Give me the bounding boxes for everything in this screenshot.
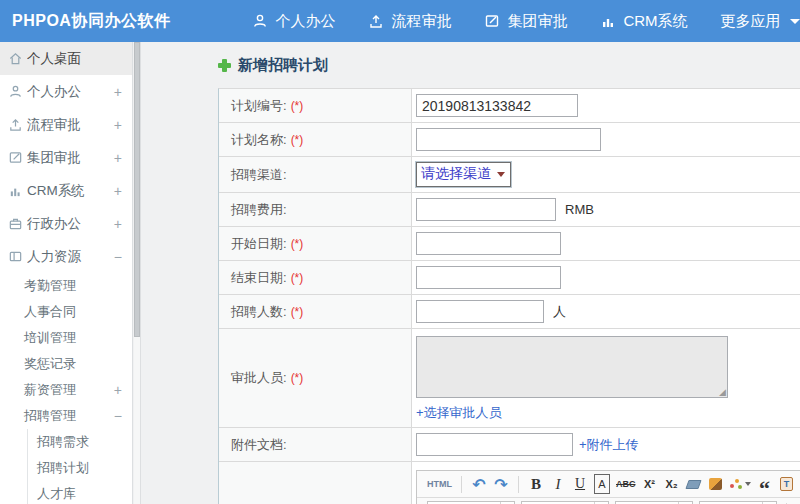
nav-crm-system[interactable]: CRM系统 <box>600 12 687 31</box>
attachment-input[interactable] <box>416 433 573 456</box>
plan-name-input[interactable] <box>416 128 601 151</box>
blockquote-icon[interactable]: “ <box>757 474 773 494</box>
sidebar-item-desktop[interactable]: 个人桌面 <box>0 42 132 75</box>
recruit-submenu: 招聘需求 招聘计划 人才库 <box>27 429 132 504</box>
process-icon <box>368 13 384 29</box>
sidebar-item-recruit-mgmt[interactable]: 招聘管理 − <box>0 403 132 429</box>
sidebar-item-rewards[interactable]: 奖惩记录 <box>0 351 132 377</box>
sidebar-item-recruit-demand[interactable]: 招聘需求 <box>28 429 132 455</box>
plan-number-input[interactable] <box>416 94 578 117</box>
subscript-icon[interactable]: X₂ <box>664 474 680 494</box>
expand-icon[interactable]: + <box>110 84 122 100</box>
format-brush-icon[interactable] <box>708 474 724 494</box>
unit-suffix: 人 <box>553 303 566 321</box>
channel-select[interactable]: 请选择渠道 <box>416 162 511 187</box>
main-content: 新增招聘计划 计划编号: (*) 计划名称: (*) 招聘渠道: <box>142 42 800 504</box>
upload-attachment-link[interactable]: +附件上传 <box>579 436 639 454</box>
add-plus-icon <box>218 59 231 72</box>
collapse-icon[interactable]: − <box>110 408 122 424</box>
select-caret-icon <box>497 172 505 177</box>
currency-suffix: RMB <box>565 202 594 217</box>
field-label: 计划编号: <box>231 97 287 115</box>
resize-grip-icon[interactable]: ◢ <box>719 388 726 397</box>
sidebar-item-personal-office[interactable]: 个人办公 + <box>0 75 132 108</box>
required-mark: (*) <box>291 371 304 385</box>
page-title: 新增招聘计划 <box>218 56 328 75</box>
expand-icon[interactable]: + <box>110 150 122 166</box>
end-date-input[interactable] <box>416 266 561 289</box>
sidebar: 个人桌面 个人办公 + 流程审批 + 集团审批 + CRM系统 + 行政办公 +… <box>0 42 133 504</box>
sidebar-item-admin-office[interactable]: 行政办公 + <box>0 207 132 240</box>
approvers-textarea[interactable]: ◢ <box>416 336 728 398</box>
nav-more-apps[interactable]: 更多应用 <box>721 12 800 31</box>
eraser-icon[interactable] <box>686 474 702 494</box>
nav-personal-office[interactable]: 个人办公 <box>252 12 335 31</box>
sidebar-item-crm[interactable]: CRM系统 + <box>0 174 132 207</box>
sidebar-item-group-approval[interactable]: 集团审批 + <box>0 141 132 174</box>
editor-toolbar-row2: 自定义标题 段落格式 字体 字号 <box>417 498 800 504</box>
editor-toolbar-row1: HTML ↶ ↷ B I U A ABC X² X₂ <box>417 471 800 498</box>
italic-icon[interactable]: I <box>550 474 566 494</box>
scrollbar-thumb[interactable] <box>134 42 140 337</box>
field-label: 招聘费用: <box>231 201 287 219</box>
field-label: 附件文档: <box>231 436 287 454</box>
form-row-channel: 招聘渠道: 请选择渠道 <box>219 157 800 193</box>
form-row-editor: HTML ↶ ↷ B I U A ABC X² X₂ <box>219 462 800 504</box>
field-label: 计划名称: <box>231 131 287 149</box>
form-row-plan-number: 计划编号: (*) <box>219 89 800 123</box>
required-mark: (*) <box>291 271 304 285</box>
select-approvers-link[interactable]: +选择审批人员 <box>416 405 502 420</box>
field-label: 招聘渠道: <box>231 166 287 184</box>
rich-text-editor: HTML ↶ ↷ B I U A ABC X² X₂ <box>416 470 800 504</box>
sidebar-item-hr-contract[interactable]: 人事合同 <box>0 299 132 325</box>
field-label: 开始日期: <box>231 235 287 253</box>
hr-submenu: 考勤管理 人事合同 培训管理 奖惩记录 薪资管理 + 招聘管理 − 招聘需求 招… <box>0 273 132 504</box>
required-mark: (*) <box>291 305 304 319</box>
paste-text-icon[interactable]: T <box>779 474 795 494</box>
form-row-attachment: 附件文档: +附件上传 <box>219 428 800 462</box>
form-row-approvers: 审批人员: (*) ◢ +选择审批人员 <box>219 329 800 428</box>
cost-input[interactable] <box>416 198 556 221</box>
form-row-cost: 招聘费用: RMB <box>219 193 800 227</box>
headcount-input[interactable] <box>416 300 544 323</box>
nav-group-approval[interactable]: 集团审批 <box>484 12 567 31</box>
sidebar-item-process-approval[interactable]: 流程审批 + <box>0 108 132 141</box>
form-row-start-date: 开始日期: (*) <box>219 227 800 261</box>
superscript-icon[interactable]: X² <box>642 474 658 494</box>
required-mark: (*) <box>291 99 304 113</box>
undo-icon[interactable]: ↶ <box>471 474 487 494</box>
expand-icon[interactable]: + <box>110 382 122 398</box>
edit-icon <box>484 13 500 29</box>
sidebar-scrollbar <box>134 42 141 504</box>
auto-format-icon[interactable] <box>730 474 751 494</box>
form-row-plan-name: 计划名称: (*) <box>219 123 800 157</box>
sidebar-item-salary[interactable]: 薪资管理 + <box>0 377 132 403</box>
sidebar-item-recruit-plan[interactable]: 招聘计划 <box>28 455 132 481</box>
strikethrough-icon[interactable]: ABC <box>616 474 636 494</box>
sidebar-item-hr[interactable]: 人力资源 − <box>0 240 132 273</box>
underline-icon[interactable]: U <box>572 474 588 494</box>
required-mark: (*) <box>291 237 304 251</box>
collapse-icon[interactable]: − <box>110 249 122 265</box>
sidebar-item-talent-pool[interactable]: 人才库 <box>28 481 132 504</box>
required-mark: (*) <box>291 133 304 147</box>
bold-icon[interactable]: B <box>528 474 544 494</box>
user-icon <box>252 13 268 29</box>
border-text-icon[interactable]: A <box>594 474 610 494</box>
chart-icon <box>600 13 616 29</box>
field-label: 结束日期: <box>231 269 287 287</box>
sidebar-item-training[interactable]: 培训管理 <box>0 325 132 351</box>
field-label: 审批人员: <box>231 369 287 387</box>
field-label: 招聘人数: <box>231 303 287 321</box>
redo-icon[interactable]: ↷ <box>493 474 509 494</box>
expand-icon[interactable]: + <box>110 117 122 133</box>
html-source-button[interactable]: HTML <box>427 474 452 494</box>
form-row-headcount: 招聘人数: (*) 人 <box>219 295 800 329</box>
expand-icon[interactable]: + <box>110 183 122 199</box>
expand-icon[interactable]: + <box>110 216 122 232</box>
start-date-input[interactable] <box>416 232 561 255</box>
sidebar-item-attendance[interactable]: 考勤管理 <box>0 273 132 299</box>
app-logo: PHPOA协同办公软件 <box>12 11 170 32</box>
form-row-end-date: 结束日期: (*) <box>219 261 800 295</box>
nav-process-approval[interactable]: 流程审批 <box>368 12 451 31</box>
